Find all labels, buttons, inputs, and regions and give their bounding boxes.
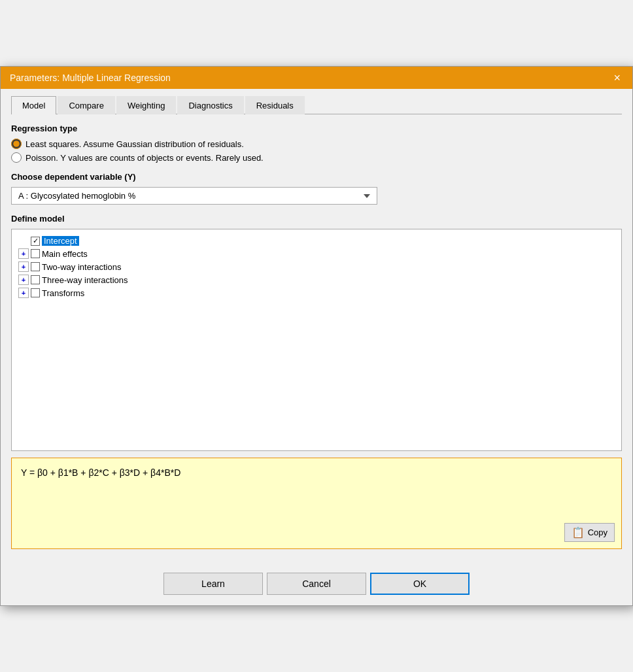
radio-poisson-label: Poisson. Y values are counts of objects …: [26, 153, 264, 163]
regression-type-group: Least squares. Assume Gaussian distribut…: [11, 139, 622, 163]
copy-icon: 📋: [572, 526, 585, 539]
cancel-button[interactable]: Cancel: [267, 573, 366, 595]
model-tree: Intercept + Main effects + Two-way inter…: [11, 229, 622, 451]
radio-item-poisson: Poisson. Y values are counts of objects …: [11, 152, 622, 163]
learn-button[interactable]: Learn: [163, 573, 263, 595]
close-button[interactable]: ×: [611, 72, 623, 84]
tab-model[interactable]: Model: [11, 96, 56, 114]
copy-button[interactable]: 📋 Copy: [564, 523, 615, 542]
dependent-variable-title: Choose dependent variable (Y): [11, 172, 622, 182]
radio-least-squares-label: Least squares. Assume Gaussian distribut…: [26, 139, 244, 149]
expand-two-way[interactable]: +: [18, 261, 29, 272]
tab-bar: Model Compare Weighting Diagnostics Resi…: [11, 95, 622, 114]
tab-compare[interactable]: Compare: [58, 96, 114, 114]
dialog-content: Model Compare Weighting Diagnostics Resi…: [1, 89, 632, 566]
regression-type-title: Regression type: [11, 124, 622, 133]
checkbox-two-way[interactable]: [31, 262, 40, 271]
ok-button[interactable]: OK: [370, 573, 470, 595]
tree-item-intercept: Intercept: [18, 235, 615, 247]
radio-item-least-squares: Least squares. Assume Gaussian distribut…: [11, 139, 622, 149]
radio-poisson[interactable]: [11, 152, 22, 163]
dialog-window: Parameters: Multiple Linear Regression ×…: [0, 66, 633, 606]
define-model-title: Define model: [11, 214, 622, 224]
formula-box: Y = β0 + β1*B + β2*C + β3*D + β4*B*D 📋 C…: [11, 458, 622, 549]
expand-transforms[interactable]: +: [18, 288, 29, 298]
formula-text: Y = β0 + β1*B + β2*C + β3*D + β4*B*D: [21, 467, 180, 478]
tab-residuals[interactable]: Residuals: [245, 96, 305, 114]
checkbox-intercept[interactable]: [31, 237, 40, 246]
label-main-effects: Main effects: [42, 249, 88, 259]
dependent-variable-select[interactable]: A : Glycosylated hemoglobin %: [11, 187, 377, 205]
copy-label: Copy: [588, 528, 607, 537]
title-bar: Parameters: Multiple Linear Regression ×: [1, 67, 632, 89]
tab-diagnostics[interactable]: Diagnostics: [177, 96, 243, 114]
tab-weighting[interactable]: Weighting: [116, 96, 177, 114]
expand-main-effects[interactable]: +: [18, 248, 29, 259]
define-model-section: Define model Intercept + Main effects +: [11, 214, 622, 451]
footer-buttons: Learn Cancel OK: [1, 566, 632, 605]
label-transforms: Transforms: [42, 288, 84, 298]
tree-item-three-way: + Three-way interactions: [18, 273, 615, 286]
label-intercept: Intercept: [42, 236, 79, 246]
label-three-way: Three-way interactions: [42, 275, 128, 285]
checkbox-main-effects[interactable]: [31, 249, 40, 258]
dependent-variable-section: Choose dependent variable (Y) A : Glycos…: [11, 172, 622, 205]
tree-item-transforms: + Transforms: [18, 286, 615, 299]
checkbox-transforms[interactable]: [31, 288, 40, 297]
tree-item-two-way: + Two-way interactions: [18, 260, 615, 273]
radio-least-squares[interactable]: [11, 139, 22, 149]
checkbox-three-way[interactable]: [31, 275, 40, 284]
label-two-way: Two-way interactions: [42, 262, 121, 272]
window-title: Parameters: Multiple Linear Regression: [10, 73, 171, 83]
tree-item-main-effects: + Main effects: [18, 247, 615, 260]
expand-three-way[interactable]: +: [18, 275, 29, 285]
